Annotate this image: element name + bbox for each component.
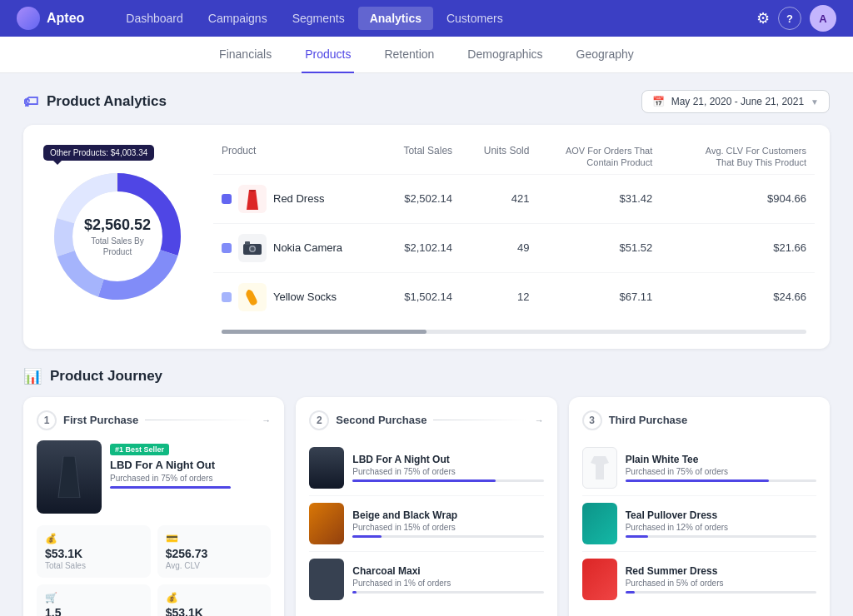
best-seller-badge: #1 Best Seller <box>110 444 169 455</box>
stat-value-qty: 1.5 <box>45 606 142 616</box>
stat-box-total-sales: 💰 $53.1K Total Sales <box>37 525 151 578</box>
app-logo[interactable]: Apteo <box>17 7 84 30</box>
journey-item-2-1: Beige and Black Wrap Purchased in 15% of… <box>309 496 543 552</box>
section-title-product-analytics: 🏷 Product Analytics <box>23 93 167 111</box>
journey-info-2-0: LBD For A Night Out Purchased in 75% of … <box>352 454 543 482</box>
journey-info-3-1: Teal Pullover Dress Purchased in 12% of … <box>626 509 816 538</box>
user-avatar[interactable]: A <box>810 5 836 32</box>
stat-value-total-sales-2: $53.1K <box>166 606 263 616</box>
nav-campaigns[interactable]: Campaigns <box>197 7 279 30</box>
journey-bar-fill-2-0 <box>352 479 496 482</box>
journey-card-2: 2 Second Purchase → LBD For A Night Out … <box>296 397 556 616</box>
nav-links: Dashboard Campaigns Segments Analytics C… <box>114 7 756 30</box>
total-sales-1: $2,102.14 <box>376 241 452 254</box>
donut-label: Total Sales By Product <box>84 236 151 257</box>
journey-bar-fill-3-1 <box>626 535 649 538</box>
journey-bar-fill-3-2 <box>626 591 635 594</box>
journey-card-header-1: 1 First Purchase → <box>37 410 271 430</box>
product-analytics-icon: 🏷 <box>23 93 38 111</box>
step-arrow-1: → <box>262 415 271 425</box>
stat-icon-card: 💳 <box>166 533 263 544</box>
nav-analytics[interactable]: Analytics <box>358 7 433 30</box>
step-arrow-2: → <box>535 415 544 425</box>
date-range-picker[interactable]: 📅 May 21, 2020 - June 21, 2021 ▼ <box>641 90 830 113</box>
featured-product-image <box>37 440 102 514</box>
help-icon[interactable]: ? <box>778 7 801 30</box>
total-sales-2: $1,502.14 <box>376 291 452 303</box>
aov-1: $51.52 <box>529 241 652 254</box>
nav-customers[interactable]: Customers <box>435 7 515 30</box>
product-name: Yellow Socks <box>273 291 337 303</box>
tab-financials[interactable]: Financials <box>216 37 275 73</box>
step-num-3: 3 <box>582 410 602 430</box>
journey-item-3-1: Teal Pullover Dress Purchased in 12% of … <box>582 496 816 552</box>
product-name: Nokia Camera <box>273 241 342 254</box>
journey-columns: 1 First Purchase → #1 Best Se <box>23 397 830 616</box>
journey-card-3: 3 Third Purchase Plain White Tee Purchas… <box>569 397 830 616</box>
journey-info-3-0: Plain White Tee Purchased in 75% of orde… <box>626 454 816 482</box>
product-analytics-header: 🏷 Product Analytics 📅 May 21, 2020 - Jun… <box>23 90 830 113</box>
product-cell: Nokia Camera <box>222 234 376 262</box>
product-journey-header: 📊 Product Journey <box>23 367 830 385</box>
featured-product-info: #1 Best Seller LBD For A Night Out Purch… <box>110 440 271 514</box>
step-num-2: 2 <box>309 410 329 430</box>
product-cell: Red Dress <box>222 185 376 213</box>
featured-name: LBD For A Night Out <box>110 459 271 473</box>
journey-sub-3-0: Purchased in 75% of orders <box>626 467 816 476</box>
product-table: Product Total Sales Units Sold AOV For O… <box>213 140 815 334</box>
journey-icon: 📊 <box>23 367 42 385</box>
top-nav: Apteo Dashboard Campaigns Segments Analy… <box>0 0 853 37</box>
journey-sub-2-2: Purchased in 1% of orders <box>352 579 543 588</box>
journey-bar-fill-3-0 <box>626 479 769 482</box>
nav-dashboard[interactable]: Dashboard <box>114 7 195 30</box>
avg-clv-2: $24.66 <box>652 291 806 303</box>
journey-card-1: 1 First Purchase → #1 Best Se <box>23 397 284 616</box>
journey-name-3-1: Teal Pullover Dress <box>626 509 816 521</box>
sub-nav: Financials Products Retention Demographi… <box>0 37 853 73</box>
tab-retention[interactable]: Retention <box>381 37 437 73</box>
chevron-down-icon: ▼ <box>811 97 819 107</box>
journey-card-header-3: 3 Third Purchase <box>582 410 816 430</box>
journey-bar-fill-2-1 <box>352 535 381 538</box>
tab-demographics[interactable]: Demographics <box>464 37 546 73</box>
journey-thumb-2-1 <box>309 503 344 544</box>
donut-chart-container: Other Products: $4,003.34 $2,560.52 Tot <box>38 140 197 334</box>
nav-icons: ⚙ ? A <box>756 5 836 32</box>
nav-segments[interactable]: Segments <box>281 7 357 30</box>
journey-sub-2-1: Purchased in 15% of orders <box>352 523 543 532</box>
journey-sub-2-0: Purchased in 75% of orders <box>352 467 543 476</box>
journey-thumb-3-0 <box>582 447 617 489</box>
journey-bar-track-3-0 <box>626 479 816 482</box>
donut-center-text: $2,560.52 Total Sales By Product <box>84 216 151 257</box>
journey-thumb-3-1 <box>582 503 617 544</box>
journey-name-2-1: Beige and Black Wrap <box>352 509 543 521</box>
analytics-area: Other Products: $4,003.34 $2,560.52 Tot <box>23 125 830 349</box>
units-sold-1: 49 <box>452 241 529 254</box>
table-row: Red Dress $2,502.14 421 $31.42 $904.66 <box>213 174 815 223</box>
step-label-2: Second Purchase <box>336 414 426 426</box>
table-scrollbar-thumb[interactable] <box>222 330 426 334</box>
table-row: Nokia Camera $2,102.14 49 $51.52 $21.66 <box>213 223 815 272</box>
journey-thumb-2-0 <box>309 447 344 489</box>
journey-info-2-2: Charcoal Maxi Purchased in 1% of orders <box>352 565 543 594</box>
journey-thumb-3-2 <box>582 559 617 600</box>
journey-bar-track-2-0 <box>352 479 543 482</box>
col-units-sold: Units Sold <box>452 145 529 169</box>
journey-thumb-2-2 <box>309 559 344 600</box>
svg-rect-9 <box>245 241 250 245</box>
table-header-row: Product Total Sales Units Sold AOV For O… <box>213 140 815 174</box>
svg-point-8 <box>251 246 255 251</box>
journey-name-2-2: Charcoal Maxi <box>352 565 543 577</box>
tab-products[interactable]: Products <box>302 37 354 73</box>
journey-bar-track-3-2 <box>626 591 816 594</box>
journey-card-header-2: 2 Second Purchase → <box>309 410 543 430</box>
journey-name-3-2: Red Summer Dress <box>626 565 816 577</box>
tab-geography[interactable]: Geography <box>573 37 637 73</box>
journey-sub-3-1: Purchased in 12% of orders <box>626 523 816 532</box>
settings-icon[interactable]: ⚙ <box>756 9 770 27</box>
journey-name-3-0: Plain White Tee <box>626 454 816 465</box>
table-scrollbar-track[interactable] <box>222 330 806 334</box>
stats-grid: 💰 $53.1K Total Sales 💳 $256.73 Avg. CLV … <box>37 525 271 616</box>
journey-item-3-0: Plain White Tee Purchased in 75% of orde… <box>582 440 816 496</box>
product-cell: Yellow Socks <box>222 283 376 311</box>
